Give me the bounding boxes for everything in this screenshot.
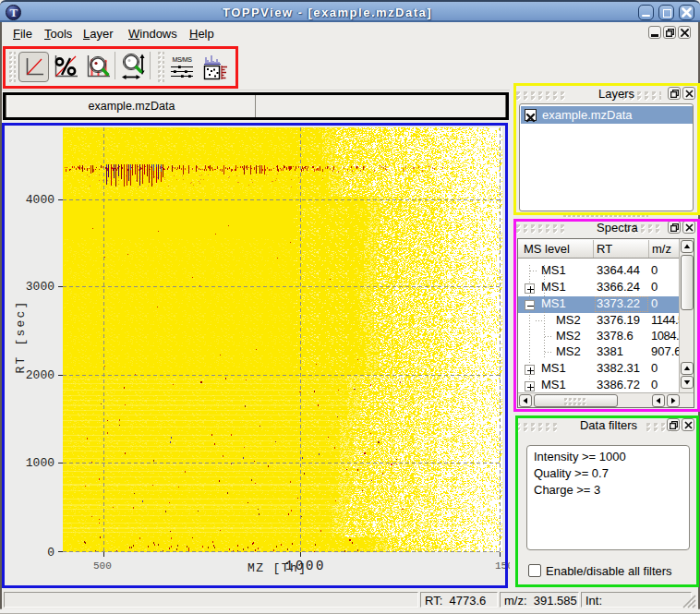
svg-text:MS/MS: MS/MS (173, 56, 193, 63)
